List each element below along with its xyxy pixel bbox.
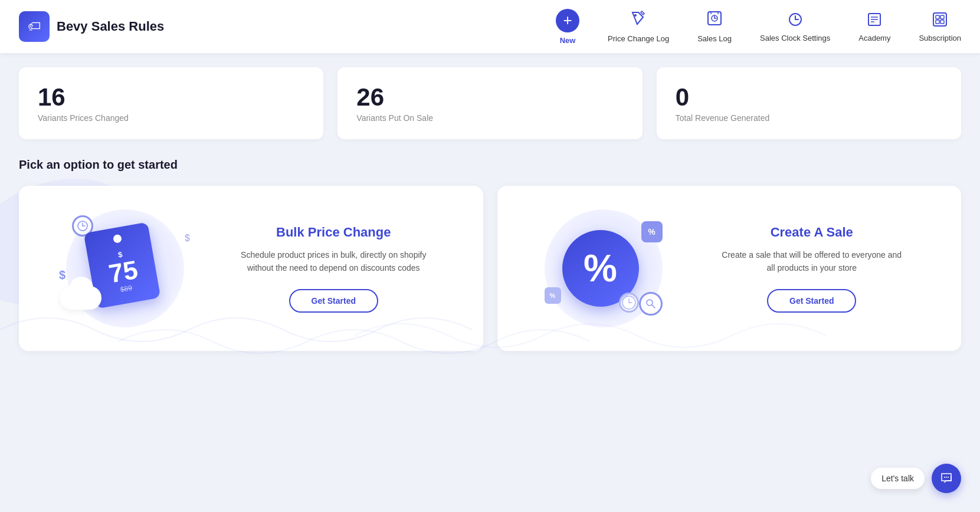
new-icon: + [556, 9, 579, 32]
svg-point-0 [634, 14, 637, 17]
nav-label-new: New [560, 36, 576, 45]
bulk-price-change-illustration: $ 75 $89 $ $ [54, 209, 196, 327]
bulk-price-change-title: Bulk Price Change [219, 225, 448, 240]
bulk-price-change-desc: Schedule product prices in bulk, directl… [239, 248, 428, 275]
stat-label-total-revenue: Total Revenue Generated [676, 113, 942, 123]
stat-card-variants-on-sale: 26 Variants Put On Sale [337, 67, 642, 139]
svg-point-27 [948, 477, 949, 478]
create-a-sale-get-started-button[interactable]: Get Started [767, 289, 856, 313]
academy-icon [866, 11, 883, 30]
cards-row: $ 75 $89 $ $ Bulk Price Change Schedule … [19, 186, 961, 351]
chat-button[interactable] [932, 464, 961, 493]
svg-rect-14 [940, 15, 944, 19]
nav-label-subscription: Subscription [919, 34, 961, 42]
chat-widget: Let's talk [871, 464, 961, 493]
nav-label-academy: Academy [858, 34, 890, 42]
dollar-float2: $ [185, 233, 190, 244]
sales-log-icon [706, 10, 723, 31]
section-title: Pick an option to get started [19, 158, 961, 172]
percent-tag-small [641, 221, 663, 242]
subscription-icon [932, 11, 948, 30]
main-nav: + New Price Change Log [556, 9, 961, 45]
header: 🏷 Bevy Sales Rules + New Price Change Lo… [0, 0, 980, 53]
nav-item-new[interactable]: + New [556, 9, 579, 45]
logo-area: 🏷 Bevy Sales Rules [19, 11, 164, 42]
bulk-price-change-content: Bulk Price Change Schedule product price… [219, 225, 448, 313]
price-change-log-icon [630, 10, 647, 31]
nav-item-subscription[interactable]: Subscription [919, 11, 961, 42]
stat-card-variants-prices-changed: 16 Variants Prices Changed [19, 67, 323, 139]
nav-label-price-change-log: Price Change Log [608, 34, 669, 43]
bulk-price-change-get-started-button[interactable]: Get Started [289, 289, 378, 313]
nav-label-sales-clock-settings: Sales Clock Settings [760, 34, 830, 42]
nav-item-sales-log[interactable]: Sales Log [697, 10, 732, 43]
create-a-sale-title: Create A Sale [698, 225, 926, 240]
create-a-sale-illustration: % [533, 209, 674, 327]
svg-rect-16 [940, 20, 944, 24]
search-float-icon [639, 292, 663, 316]
cloud-decoration [60, 286, 101, 310]
stat-label-variants-on-sale: Variants Put On Sale [356, 113, 623, 123]
nav-label-sales-log: Sales Log [697, 34, 732, 43]
clock-float2-icon [619, 293, 639, 313]
svg-point-25 [944, 477, 945, 478]
nav-item-academy[interactable]: Academy [858, 11, 890, 42]
dollar-float1: $ [59, 268, 65, 282]
stat-card-total-revenue: 0 Total Revenue Generated [657, 67, 961, 139]
app-title: Bevy Sales Rules [57, 19, 164, 34]
create-a-sale-desc: Create a sale that will be offered to ev… [717, 248, 906, 275]
stat-number-total-revenue: 0 [676, 84, 942, 111]
svg-rect-13 [936, 15, 939, 19]
stat-number-variants-prices-changed: 16 [38, 84, 304, 111]
svg-rect-12 [933, 13, 946, 26]
card-create-a-sale: % [497, 186, 962, 351]
percent-tag-small2 [545, 287, 561, 304]
card-bulk-price-change: $ 75 $89 $ $ Bulk Price Change Schedule … [19, 186, 483, 351]
svg-rect-15 [936, 20, 939, 24]
main-content: 16 Variants Prices Changed 26 Variants P… [0, 53, 980, 365]
nav-item-sales-clock-settings[interactable]: Sales Clock Settings [760, 11, 830, 42]
stats-row: 16 Variants Prices Changed 26 Variants P… [19, 67, 961, 139]
svg-point-26 [946, 477, 947, 478]
create-a-sale-content: Create A Sale Create a sale that will be… [698, 225, 926, 313]
stat-label-variants-prices-changed: Variants Prices Changed [38, 113, 304, 123]
stat-number-variants-on-sale: 26 [356, 84, 623, 111]
sales-clock-settings-icon [787, 11, 804, 30]
logo-icon: 🏷 [19, 11, 50, 42]
chat-label: Let's talk [871, 468, 925, 489]
nav-item-price-change-log[interactable]: Price Change Log [608, 10, 669, 43]
svg-line-21 [652, 305, 655, 308]
